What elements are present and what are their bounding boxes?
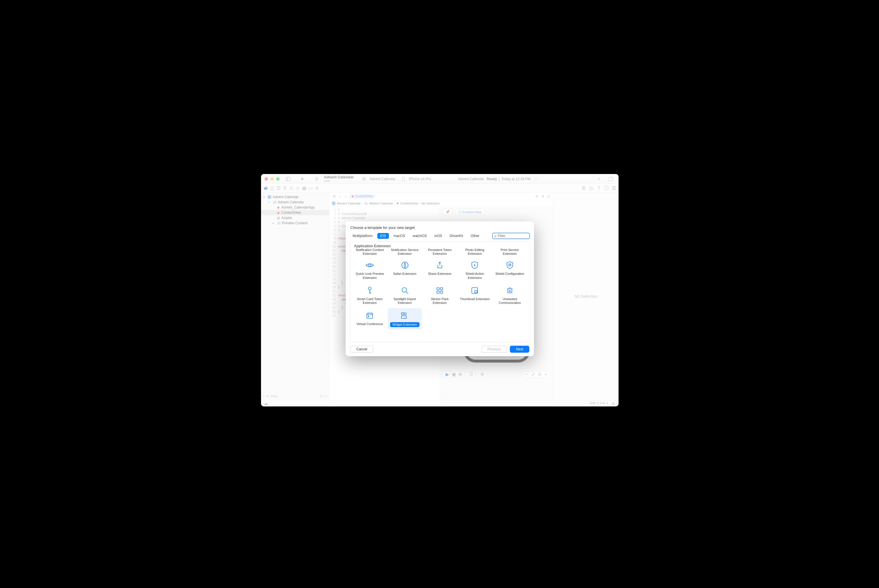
variants-button[interactable]: ⊞ <box>458 372 463 377</box>
zoom-fit-button[interactable]: ⤢ <box>531 372 535 377</box>
zoom-in-button[interactable]: + <box>544 372 548 377</box>
svg-point-3 <box>316 180 317 180</box>
template-thumbnail-extension[interactable]: Thumbnail Extension <box>458 283 491 307</box>
svg-rect-7 <box>609 177 613 181</box>
app-icon <box>361 176 367 182</box>
svg-point-14 <box>368 287 371 290</box>
cube-icon: ▢ <box>458 210 461 214</box>
cancel-button[interactable]: Cancel <box>350 346 373 352</box>
zoom-out-button[interactable]: − <box>524 372 529 377</box>
template-item[interactable]: Print Service Extension <box>493 248 527 258</box>
jump-bar[interactable]: Advent Calendar› 🗀 Advent Calendar› ◆ Co… <box>329 200 553 207</box>
history-inspector-tab[interactable]: ◷ <box>589 186 594 190</box>
scheme-selector[interactable]: Advent Calendar › iPhone 14 Pro <box>359 176 431 182</box>
attributes-inspector-tab[interactable]: ⓘ <box>604 186 609 190</box>
assistant-icon[interactable]: ◫ <box>546 194 551 199</box>
template-share-extension[interactable]: Share Extension <box>423 258 457 282</box>
svg-point-15 <box>402 288 407 292</box>
zoom-actual-button[interactable]: ⊙ <box>537 372 542 377</box>
run-button[interactable] <box>300 176 305 182</box>
clock-icon[interactable]: ◷ <box>320 394 323 398</box>
source-control-tab[interactable]: ◫ <box>270 186 274 190</box>
template-virtual-conference[interactable]: Virtual Conference <box>353 308 386 330</box>
related-items-icon[interactable]: ⊞ <box>332 194 336 199</box>
filter-scope-icon[interactable]: ⊚ <box>266 394 269 398</box>
file-inspector-tab[interactable]: 🗎 <box>581 186 586 190</box>
plus-icon[interactable]: + <box>263 394 264 398</box>
folder-icon: 🗀 <box>364 201 368 206</box>
template-quick-look-preview-extension[interactable]: Quick Look Preview Extension <box>353 258 386 282</box>
nav-group[interactable]: ▾ Advent Calendar <box>261 200 329 205</box>
live-preview-button[interactable]: ▶ <box>445 372 450 377</box>
add-button[interactable] <box>597 176 602 182</box>
template-spotlight-import-extension[interactable]: Spotlight Import Extension <box>388 283 421 307</box>
editor-tab-active[interactable]: ◆ContentView <box>349 194 375 199</box>
close-window-button[interactable] <box>264 177 268 181</box>
debug-navigator-tab[interactable]: ▦ <box>302 186 307 190</box>
report-navigator-tab[interactable]: ≣ <box>314 186 319 190</box>
inspector-empty-label: No Selection <box>574 294 597 298</box>
previous-button[interactable]: Previous <box>481 346 507 352</box>
nav-folder[interactable]: ▸ Preview Content <box>261 220 329 226</box>
project-navigator-tab[interactable] <box>263 186 268 190</box>
issue-navigator-tab[interactable]: ⚠ <box>289 186 294 190</box>
template-sticker-pack-extension[interactable]: Sticker Pack Extension <box>423 283 457 307</box>
zoom-window-button[interactable] <box>276 177 279 181</box>
template-unwanted-communication[interactable]: Unwanted Communication <box>493 283 527 307</box>
back-button[interactable]: < <box>338 194 342 199</box>
template-item[interactable]: Notification Service Extension <box>388 248 421 258</box>
platform-tab-ios[interactable]: iOS <box>377 233 389 239</box>
template-item[interactable]: Notification Content Extension <box>353 248 386 258</box>
template-widget-extension[interactable]: Widget Extension <box>388 308 421 330</box>
line-col-indicator: Line: 1 Col: 1 <box>589 401 608 406</box>
template-shield-configuration[interactable]: Shield Configuration <box>493 258 527 282</box>
next-button[interactable]: Next <box>510 346 529 352</box>
filter-icon[interactable]: ▬ <box>264 401 269 406</box>
editor-options-icon[interactable]: ⇄ <box>535 194 539 199</box>
nav-file[interactable]: ◆ Advent_CalendarApp <box>261 205 329 210</box>
preview-chip[interactable]: ▢ Content View <box>455 209 485 215</box>
symbol-navigator-tab[interactable]: ☰ <box>276 186 281 190</box>
platform-tab-watchos[interactable]: watchOS <box>410 233 430 239</box>
sidebar-toggle-icon[interactable] <box>285 176 291 182</box>
svg-rect-0 <box>286 177 290 181</box>
platform-tab-tvos[interactable]: tvOS <box>431 233 445 239</box>
minimize-window-button[interactable] <box>270 177 274 181</box>
template-smart-card-token-extension[interactable]: Smart Card Token Extension <box>353 283 386 307</box>
recent-icon[interactable]: ▢ <box>325 394 327 398</box>
pin-preview-button[interactable]: 📌 <box>442 209 453 215</box>
nav-file[interactable]: ▦ Assets <box>261 215 329 220</box>
navigator-filter[interactable]: + ⊚ Filter ◷ ▢ <box>261 392 329 400</box>
platform-tab-other[interactable]: Other <box>468 233 482 239</box>
library-button[interactable] <box>608 176 613 182</box>
template-shield-action-extension[interactable]: Shield Action Extension <box>458 258 491 282</box>
forward-button[interactable]: > <box>343 194 348 199</box>
breakpoint-navigator-tab[interactable]: ▭ <box>308 186 313 190</box>
svg-rect-21 <box>475 291 477 293</box>
tab-bar: ⊞ < > ◆ContentView ⇄ ≣ ◫ <box>329 193 553 200</box>
platform-tab-multiplatform[interactable]: Multiplatform <box>350 233 376 239</box>
folder-icon <box>277 221 281 225</box>
statusbar-icon[interactable]: ▤ <box>611 401 616 406</box>
selectable-button[interactable]: ▣ <box>451 372 456 377</box>
minimap-icon[interactable]: ≣ <box>540 194 545 199</box>
activity-status: Advent Calendar: Ready | Today at 12:34 … <box>458 176 541 182</box>
nav-file-selected[interactable]: ◆ ContentView <box>261 210 329 215</box>
svg-rect-6 <box>402 177 405 181</box>
device-settings-button[interactable]: ☰ <box>469 372 473 377</box>
preview-settings-button[interactable]: ⚙ <box>480 372 485 377</box>
find-navigator-tab[interactable]: ⚲ <box>282 186 287 190</box>
platform-tab-macos[interactable]: macOS <box>391 233 408 239</box>
nav-project-root[interactable]: ▾ Advent Calendar <box>261 194 329 200</box>
test-navigator-tab[interactable]: ◇ <box>295 186 300 190</box>
template-item[interactable]: Persistent Token Extension <box>423 248 457 258</box>
platform-tab-driverkit[interactable]: DriverKit <box>447 233 466 239</box>
filter-input[interactable] <box>497 234 527 238</box>
svg-point-10 <box>368 264 371 266</box>
svg-rect-9 <box>332 202 335 205</box>
adjust-icon[interactable]: ☰ <box>612 186 616 190</box>
help-inspector-tab[interactable]: ? <box>597 186 601 190</box>
template-filter-field[interactable]: ⌕ <box>492 233 530 239</box>
template-item[interactable]: Photo Editing Extension <box>458 248 491 258</box>
template-safari-extension[interactable]: Safari Extension <box>388 258 421 282</box>
